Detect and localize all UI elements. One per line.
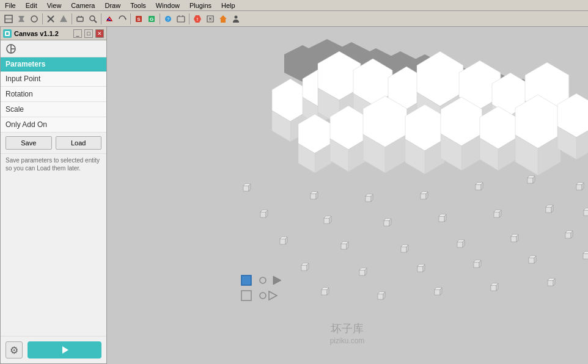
toolbar-icon-2[interactable]: [15, 13, 28, 25]
toolbar-icon-7[interactable]: [87, 13, 99, 25]
svg-rect-178: [565, 233, 571, 238]
main-area: Canvas v1.1.2 _ □ ✕ Parameters Input Poi…: [0, 27, 588, 364]
menu-help[interactable]: Help: [219, 2, 238, 9]
canvas-panel: Canvas v1.1.2 _ □ ✕ Parameters Input Poi…: [0, 27, 107, 364]
toolbar-icon-3[interactable]: [28, 13, 40, 25]
svg-marker-30: [62, 346, 68, 354]
svg-rect-142: [260, 212, 266, 217]
svg-rect-148: [384, 220, 389, 226]
svg-rect-199: [322, 289, 327, 295]
toolbar-icon-11[interactable]: ?: [162, 13, 174, 25]
svg-point-24: [235, 15, 238, 18]
3d-viewport[interactable]: 坏子库 piziku.com: [107, 27, 588, 364]
toolbar-icon-1[interactable]: [2, 13, 15, 25]
menu-draw[interactable]: Draw: [102, 2, 123, 9]
param-input-point[interactable]: Input Point: [1, 71, 106, 87]
panel-title-text: Canvas v1.1.2: [14, 30, 71, 37]
toolbar-icon-person[interactable]: [230, 13, 242, 25]
menu-bar: File Edit View Camera Draw Tools Window …: [0, 0, 588, 11]
svg-text:G: G: [150, 16, 153, 22]
svg-text:piziku.com: piziku.com: [330, 337, 365, 345]
panel-icon: [3, 29, 12, 38]
svg-rect-26: [6, 32, 9, 35]
panel-mode-icon: [6, 43, 17, 54]
param-scale[interactable]: Scale: [1, 102, 106, 117]
toolbar-icon-6[interactable]: [74, 13, 86, 25]
svg-rect-139: [576, 184, 582, 190]
svg-rect-145: [324, 218, 329, 224]
svg-marker-5: [60, 15, 67, 22]
svg-rect-127: [366, 196, 371, 202]
svg-text:!: !: [197, 17, 198, 21]
play-icon: [61, 346, 69, 354]
load-button[interactable]: Load: [56, 136, 102, 150]
toolbar-icon-house[interactable]: [217, 13, 229, 25]
svg-marker-23: [219, 15, 227, 23]
play-button[interactable]: [28, 341, 101, 359]
toolbar-icon-8[interactable]: [103, 13, 116, 25]
svg-rect-160: [584, 210, 588, 216]
toolbar-icon-13[interactable]: !: [191, 13, 204, 25]
menu-file[interactable]: File: [2, 2, 18, 9]
svg-marker-11: [125, 18, 127, 20]
svg-rect-166: [341, 244, 347, 249]
minimize-button[interactable]: _: [73, 29, 82, 38]
svg-rect-154: [494, 212, 499, 217]
save-load-row: Save Load: [1, 133, 106, 154]
svg-rect-124: [311, 194, 316, 199]
svg-rect-190: [474, 262, 479, 268]
svg-rect-202: [378, 294, 383, 299]
menu-view[interactable]: View: [45, 2, 64, 9]
toolbar-icon-9[interactable]: S: [133, 13, 145, 25]
svg-rect-208: [491, 285, 496, 291]
toolbar-icon-12[interactable]: [175, 13, 187, 25]
toolbar-icon-10[interactable]: G: [145, 13, 158, 25]
toolbar: S G ? !: [0, 11, 588, 27]
svg-rect-6: [77, 17, 83, 21]
svg-text:坏子库: 坏子库: [330, 322, 364, 335]
svg-rect-157: [546, 207, 551, 213]
panel-titlebar: Canvas v1.1.2 _ □ ✕: [1, 27, 106, 40]
toolbar-sep-3: [101, 13, 101, 24]
svg-rect-184: [359, 270, 365, 275]
toolbar-icon-rotate[interactable]: [116, 13, 128, 25]
menu-plugins[interactable]: Plugins: [187, 2, 214, 9]
toolbar-sep-2: [72, 13, 72, 24]
menu-window[interactable]: Window: [153, 2, 182, 9]
save-button[interactable]: Save: [6, 136, 52, 150]
params-header[interactable]: Parameters: [1, 57, 106, 71]
menu-edit[interactable]: Edit: [23, 2, 40, 9]
svg-rect-172: [457, 242, 463, 247]
svg-rect-181: [301, 265, 307, 271]
svg-point-9: [90, 16, 95, 21]
scene-svg: 坏子库 piziku.com: [107, 27, 588, 364]
toolbar-icon-4[interactable]: [45, 13, 57, 25]
svg-rect-205: [435, 289, 440, 295]
svg-rect-163: [280, 239, 285, 244]
save-load-description: Save parameters to selected entity so yo…: [1, 154, 106, 177]
svg-rect-211: [548, 280, 553, 286]
settings-button[interactable]: ⚙: [6, 341, 23, 359]
svg-line-10: [94, 20, 97, 23]
svg-rect-196: [583, 253, 588, 259]
toolbar-icon-5[interactable]: [57, 13, 70, 25]
toolbar-sep-6: [189, 13, 189, 24]
param-rotation[interactable]: Rotation: [1, 87, 106, 102]
param-only-add-on[interactable]: Only Add On: [1, 117, 106, 133]
toolbar-sep-1: [42, 13, 43, 24]
menu-camera[interactable]: Camera: [68, 2, 97, 9]
restore-button[interactable]: □: [84, 29, 93, 38]
svg-rect-133: [476, 184, 481, 190]
svg-rect-18: [177, 16, 185, 22]
menu-tools[interactable]: Tools: [128, 2, 149, 9]
toolbar-sep-4: [130, 13, 131, 24]
svg-rect-130: [421, 194, 426, 199]
svg-rect-187: [417, 266, 423, 272]
toolbar-icon-14[interactable]: [204, 13, 216, 25]
panel-bottom-actions: ⚙: [1, 336, 106, 363]
close-button[interactable]: ✕: [95, 29, 104, 38]
svg-rect-214: [241, 275, 251, 285]
panel-icon-row: [1, 40, 106, 57]
svg-point-2: [31, 16, 37, 22]
svg-rect-151: [439, 216, 444, 222]
